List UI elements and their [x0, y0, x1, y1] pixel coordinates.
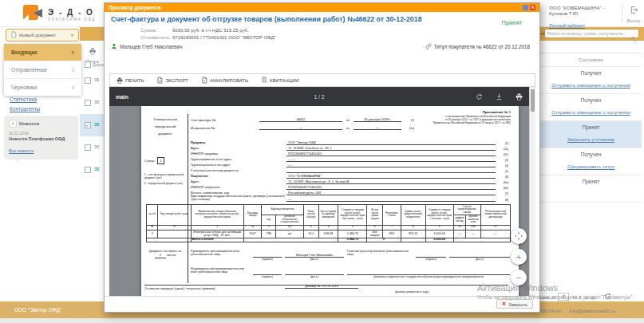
list-item[interactable]: ✉: [80, 92, 104, 114]
search-icon[interactable]: [630, 31, 637, 45]
table-cell: —: [480, 230, 510, 238]
list-item[interactable]: ✉: [80, 69, 104, 92]
modal-close-button[interactable]: ✕ Закрыть: [496, 299, 533, 309]
new-document-button[interactable]: Новый документ ▼: [6, 29, 79, 41]
status-row[interactable]: Получен Отправить извещение о получении: [540, 94, 642, 121]
row-checkbox[interactable]: [85, 100, 91, 106]
buyer-title-link[interactable]: Титул покупателя № 46622 от 20.12.2018: [425, 43, 530, 50]
account-link[interactable]: Личный кабинет: [549, 23, 585, 28]
status-action-link[interactable]: Отправить извещение о получении: [551, 110, 630, 115]
logo-icon: [22, 2, 43, 26]
row-checkbox[interactable]: [85, 122, 91, 128]
download-icon[interactable]: [496, 93, 503, 100]
sidebar-link-statistics[interactable]: Статистика: [10, 97, 37, 102]
envelope-icon: ✉: [94, 122, 100, 128]
sig-head-name: Мальцев Глеб Николаевич(ф.и.о.): [285, 250, 344, 262]
status-row[interactable]: Принят Запросить уточнение: [540, 121, 642, 148]
status-action-link[interactable]: Запросить уточнение: [567, 137, 614, 142]
last-page-button[interactable]: ▶|: [591, 294, 596, 300]
zoom-in-button[interactable]: +: [511, 249, 527, 265]
sidebar-menu-item[interactable]: Отправленные 0: [4, 61, 81, 79]
logo-subtitle: ПЛАТФОРМА ОФД: [48, 18, 96, 22]
annul-button[interactable]: АННУЛИРОВАТЬ: [201, 77, 248, 84]
all-news-link[interactable]: Все новости: [9, 148, 34, 153]
list-item[interactable]: ✉: [80, 114, 104, 136]
news-item[interactable]: Новости Платформа ОФД: [9, 136, 73, 141]
rotate-icon[interactable]: [476, 93, 483, 100]
export-label: ЭКСПОРТ: [165, 78, 188, 83]
status-row[interactable]: Получен Сформировать титул: [540, 148, 642, 175]
logo-title: Э - Д - О: [48, 8, 96, 17]
table-cell: —: [453, 230, 465, 238]
envelope-icon: ✉: [94, 167, 100, 173]
sidebar-item-count: 0: [72, 85, 74, 90]
scrollbar-thumb[interactable]: [531, 89, 535, 112]
signer-row: Мальцев Глеб Николаевич: [111, 43, 183, 50]
footer-company: ООО "Эвотор ОФД": [14, 307, 61, 313]
zoom-out-button[interactable]: −: [511, 270, 527, 286]
viewer-print-icon[interactable]: [516, 93, 523, 100]
receipts-button[interactable]: КВИТАНЦИИ: [261, 77, 299, 84]
table-cell: [158, 230, 191, 238]
topbar-divider: [622, 4, 622, 22]
page-indicator: 1 / 2: [109, 94, 529, 100]
status-action-link[interactable]: Сформировать титул: [567, 164, 614, 169]
envelope-icon: ✉: [94, 144, 100, 151]
user-company: ООО "КОФЕМАШИНА" - Куликов Т.Ю.: [549, 5, 621, 16]
pan-button[interactable]: [511, 228, 527, 244]
screen: Э - Д - О ПЛАТФОРМА ОФД ООО "КОФЕМАШИНА"…: [0, 0, 644, 323]
news-card: 4 Новости 30.11.2018 Новости Платформа О…: [4, 116, 78, 160]
sidebar-menu-item[interactable]: Входящие 5: [4, 44, 81, 61]
document-toolbar: ПЕЧАТЬ ЭКСПОРТ АННУЛИРОВАТЬ КВИТАНЦИИ: [109, 73, 535, 87]
table-data-row: 1Электронные ключи для активации услуг О…: [147, 230, 511, 238]
table-cell: 796: [262, 230, 276, 238]
viewer-toolbar: main 1 / 2: [109, 87, 529, 106]
status-row[interactable]: Получен Отправить извещение о получении: [540, 67, 642, 94]
modal-footer: ✕ Закрыть: [105, 296, 539, 312]
export-button[interactable]: ЭКСПОРТ: [156, 77, 188, 84]
sidebar-item-count: 5: [72, 50, 74, 55]
invoice-basis-label: Основание передачи (сдачи) / получения (…: [144, 287, 248, 290]
row-checkbox[interactable]: [85, 167, 91, 173]
sig-ip-sign: (подпись): [253, 267, 282, 279]
buyer-title-label: Титул покупателя № 46622 от 20.12.2018: [434, 44, 530, 49]
modal-titlebar[interactable]: Просмотр документа ✕: [105, 3, 539, 12]
invoice-basis-value: Договор № 1 07.01.2019: [285, 285, 358, 289]
sig-accountant-sign: (подпись): [416, 250, 446, 262]
sig-head-role: Руководитель организации или иное уполно…: [191, 250, 250, 256]
table-cell: Без акциза: [367, 230, 383, 238]
page-number-input[interactable]: [558, 293, 569, 301]
table-cell: шт: [275, 230, 303, 238]
list-rows: ✉ ✉ ✉ ✉ ✉: [80, 69, 104, 181]
next-page-button[interactable]: ▶: [585, 294, 589, 300]
select-all-checkbox[interactable]: [85, 61, 91, 68]
viewer-canvas[interactable]: Универсальныйпередаточныйдокумент Прилож…: [109, 106, 529, 297]
row-checkbox[interactable]: [85, 144, 91, 151]
link-icon: [425, 43, 432, 50]
invoice-number-row: Счет-фактура № 46622 от 30 декабря 2018 …: [191, 117, 414, 122]
status-badge: Принят: [543, 124, 639, 130]
status-row[interactable]: Принят: [540, 175, 642, 203]
row-checkbox[interactable]: [85, 77, 91, 84]
logout-button[interactable]: Выход: [626, 3, 642, 23]
document-title-link[interactable]: Счет-фактура и документ об отгрузке това…: [111, 15, 482, 23]
list-column-header[interactable]: Документ: [85, 61, 104, 68]
status-column-header: Состояние: [540, 53, 642, 67]
chevron-down-icon: ▼: [70, 33, 74, 37]
footer-email[interactable]: info@platformaofd.ru: [569, 308, 615, 313]
invoice-field-row: Грузоотправитель и его адрес — — (3): [191, 156, 508, 162]
viewer-scrollbar[interactable]: [529, 87, 535, 297]
sidebar-link-partners[interactable]: Контрагенты: [10, 106, 40, 112]
list-item[interactable]: ✉: [80, 136, 104, 159]
invoice-fields: Продавец ООО "Эвотор ОФД" (2) Адрес 71, …: [191, 140, 508, 202]
sidebar-menu-item[interactable]: Черновики 0: [4, 79, 81, 96]
list-item[interactable]: ✉: [80, 159, 104, 181]
annul-label: АННУЛИРОВАТЬ: [210, 78, 248, 83]
invoice-field-row: К платежно-расчетному документу (5): [191, 167, 508, 173]
print-button[interactable]: ПЕЧАТЬ: [117, 77, 144, 84]
status-action-link[interactable]: Отправить извещение о получении: [551, 83, 630, 88]
refresh-icon[interactable]: [604, 293, 611, 301]
table-cell: 10.0: [303, 230, 318, 238]
popout-icon[interactable]: [523, 5, 528, 10]
close-icon[interactable]: ✕: [530, 5, 535, 10]
